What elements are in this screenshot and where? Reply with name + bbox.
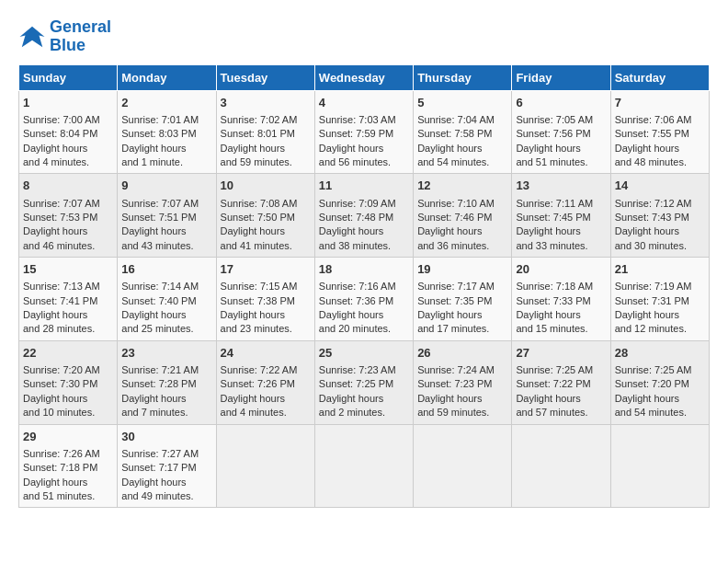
calendar-day-27: 27Sunrise: 7:25 AMSunset: 7:22 PMDayligh… xyxy=(512,340,610,424)
calendar-header-saturday: Saturday xyxy=(610,64,709,90)
calendar-day-23: 23Sunrise: 7:21 AMSunset: 7:28 PMDayligh… xyxy=(118,340,216,424)
empty-cell xyxy=(314,424,413,508)
calendar-day-24: 24Sunrise: 7:22 AMSunset: 7:26 PMDayligh… xyxy=(216,340,314,424)
calendar-day-11: 11Sunrise: 7:09 AMSunset: 7:48 PMDayligh… xyxy=(314,174,413,258)
page-header: General Blue xyxy=(18,18,710,55)
calendar-day-12: 12Sunrise: 7:10 AMSunset: 7:46 PMDayligh… xyxy=(414,174,512,258)
empty-cell xyxy=(216,424,314,508)
calendar-day-8: 8Sunrise: 7:07 AMSunset: 7:53 PMDaylight… xyxy=(19,174,118,258)
calendar-day-26: 26Sunrise: 7:24 AMSunset: 7:23 PMDayligh… xyxy=(414,340,512,424)
calendar-day-21: 21Sunrise: 7:19 AMSunset: 7:31 PMDayligh… xyxy=(610,258,709,341)
calendar-header-wednesday: Wednesday xyxy=(314,64,413,90)
calendar-day-6: 6Sunrise: 7:05 AMSunset: 7:56 PMDaylight… xyxy=(512,90,610,174)
empty-cell xyxy=(610,424,709,508)
calendar-table: SundayMondayTuesdayWednesdayThursdayFrid… xyxy=(18,64,710,509)
calendar-header-tuesday: Tuesday xyxy=(216,64,314,90)
calendar-day-2: 2Sunrise: 7:01 AMSunset: 8:03 PMDaylight… xyxy=(118,90,216,174)
calendar-header-friday: Friday xyxy=(512,64,610,90)
empty-cell xyxy=(512,424,610,508)
calendar-day-16: 16Sunrise: 7:14 AMSunset: 7:40 PMDayligh… xyxy=(118,258,216,341)
calendar-day-14: 14Sunrise: 7:12 AMSunset: 7:43 PMDayligh… xyxy=(610,174,709,258)
calendar-day-19: 19Sunrise: 7:17 AMSunset: 7:35 PMDayligh… xyxy=(414,258,512,341)
calendar-day-4: 4Sunrise: 7:03 AMSunset: 7:59 PMDaylight… xyxy=(314,90,413,174)
svg-marker-0 xyxy=(20,27,45,48)
logo-text: General Blue xyxy=(50,18,111,55)
calendar-header-sunday: Sunday xyxy=(19,64,118,90)
calendar-header-thursday: Thursday xyxy=(414,64,512,90)
calendar-day-13: 13Sunrise: 7:11 AMSunset: 7:45 PMDayligh… xyxy=(512,174,610,258)
calendar-day-9: 9Sunrise: 7:07 AMSunset: 7:51 PMDaylight… xyxy=(118,174,216,258)
logo: General Blue xyxy=(18,18,111,55)
calendar-day-15: 15Sunrise: 7:13 AMSunset: 7:41 PMDayligh… xyxy=(19,258,118,341)
calendar-day-30: 30Sunrise: 7:27 AMSunset: 7:17 PMDayligh… xyxy=(118,424,216,508)
empty-cell xyxy=(414,424,512,508)
calendar-day-25: 25Sunrise: 7:23 AMSunset: 7:25 PMDayligh… xyxy=(314,340,413,424)
calendar-day-17: 17Sunrise: 7:15 AMSunset: 7:38 PMDayligh… xyxy=(216,258,314,341)
calendar-day-18: 18Sunrise: 7:16 AMSunset: 7:36 PMDayligh… xyxy=(314,258,413,341)
logo-icon xyxy=(18,23,46,51)
calendar-day-10: 10Sunrise: 7:08 AMSunset: 7:50 PMDayligh… xyxy=(216,174,314,258)
calendar-day-7: 7Sunrise: 7:06 AMSunset: 7:55 PMDaylight… xyxy=(610,90,709,174)
calendar-day-5: 5Sunrise: 7:04 AMSunset: 7:58 PMDaylight… xyxy=(414,90,512,174)
calendar-header-monday: Monday xyxy=(118,64,216,90)
calendar-day-1: 1Sunrise: 7:00 AMSunset: 8:04 PMDaylight… xyxy=(19,90,118,174)
calendar-day-29: 29Sunrise: 7:26 AMSunset: 7:18 PMDayligh… xyxy=(19,424,118,508)
calendar-day-3: 3Sunrise: 7:02 AMSunset: 8:01 PMDaylight… xyxy=(216,90,314,174)
calendar-day-20: 20Sunrise: 7:18 AMSunset: 7:33 PMDayligh… xyxy=(512,258,610,341)
calendar-day-22: 22Sunrise: 7:20 AMSunset: 7:30 PMDayligh… xyxy=(19,340,118,424)
calendar-day-28: 28Sunrise: 7:25 AMSunset: 7:20 PMDayligh… xyxy=(610,340,709,424)
